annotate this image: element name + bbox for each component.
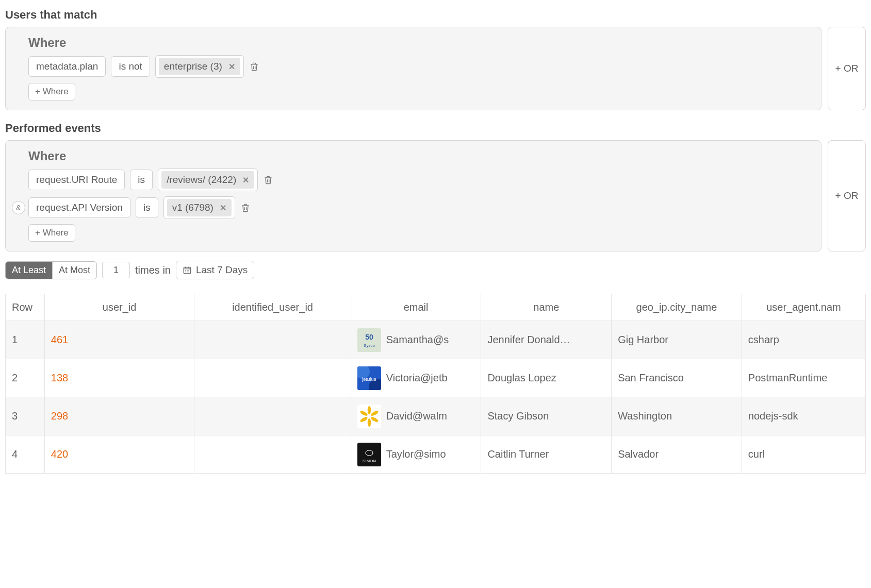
svg-point-15	[368, 406, 371, 414]
table-row: 146150SyscoSamantha@sJennifer Donald…Gig…	[6, 321, 866, 359]
svg-text:jetBlue: jetBlue	[361, 377, 376, 382]
field-token[interactable]: request.API Version	[28, 197, 130, 219]
cell-user-id[interactable]: 461	[45, 321, 195, 359]
svg-text:50: 50	[365, 333, 373, 341]
avatar: SIMON	[357, 443, 381, 466]
value-chip: v1 (6798) ✕	[167, 199, 232, 216]
remove-chip-icon[interactable]: ✕	[228, 62, 235, 72]
remove-chip-icon[interactable]: ✕	[220, 203, 226, 213]
cell-row: 1	[6, 321, 45, 359]
table-row: 2138jetBlueVictoria@jetbDouglas LopezSan…	[6, 359, 866, 397]
where-label: Where	[28, 36, 812, 50]
value-chip: enterprise (3) ✕	[159, 58, 240, 75]
chip-label: v1 (6798)	[172, 202, 213, 213]
cell-row: 3	[6, 397, 45, 435]
threshold-count-input[interactable]	[102, 262, 130, 278]
value-chip: /reviews/ (2422) ✕	[161, 171, 254, 189]
cell-user-id[interactable]: 138	[45, 359, 195, 397]
events-builder: Where request.URI Route is /reviews/ (24…	[5, 140, 866, 251]
where-label: Where	[28, 149, 812, 163]
date-range-button[interactable]: Last 7 Days	[176, 261, 254, 279]
cell-email: jetBlueVictoria@jetb	[351, 359, 482, 397]
operator-token[interactable]: is	[136, 197, 158, 219]
trash-icon[interactable]	[240, 202, 251, 213]
table-row: 3298David@walmStacy GibsonWashingtonnode…	[6, 397, 866, 435]
svg-point-6	[188, 272, 189, 273]
table-header-row: Row user_id identified_user_id email nam…	[6, 294, 866, 321]
add-where-button[interactable]: + Where	[28, 83, 75, 100]
cell-user-agent: csharp	[742, 321, 866, 359]
calendar-icon	[183, 265, 192, 275]
field-token[interactable]: request.URI Route	[28, 170, 125, 191]
value-chip-wrap[interactable]: /reviews/ (2422) ✕	[158, 169, 258, 191]
cell-row: 4	[6, 435, 45, 474]
cell-user-id[interactable]: 420	[45, 435, 195, 474]
field-token[interactable]: metadata.plan	[28, 56, 106, 77]
cell-city: Gig Harbor	[612, 321, 742, 359]
col-header-row[interactable]: Row	[6, 294, 45, 321]
cell-name: Stacy Gibson	[481, 397, 612, 435]
col-header-user-id[interactable]: user_id	[45, 294, 195, 321]
cell-name: Douglas Lopez	[481, 359, 612, 397]
cell-user-agent: curl	[742, 435, 866, 474]
users-match-builder: Where metadata.plan is not enterprise (3…	[5, 27, 866, 110]
cell-city: Washington	[612, 397, 742, 435]
condition-row: & request.API Version is v1 (6798) ✕	[28, 196, 812, 219]
col-header-user-agent[interactable]: user_agent.nam	[742, 294, 866, 321]
add-or-button[interactable]: + OR	[828, 140, 866, 251]
add-or-button[interactable]: + OR	[828, 27, 866, 110]
cell-identified-user-id	[194, 397, 351, 435]
col-header-name[interactable]: name	[481, 294, 612, 321]
threshold-mode-segment: At Least At Most	[5, 261, 97, 279]
col-header-email[interactable]: email	[351, 294, 482, 321]
and-badge: &	[12, 201, 25, 214]
trash-icon[interactable]	[249, 61, 259, 72]
table-row: 4420SIMONTaylor@simoCaitlin TurnerSalvad…	[6, 435, 866, 474]
remove-chip-icon[interactable]: ✕	[242, 175, 249, 185]
condition-row: request.URI Route is /reviews/ (2422) ✕	[28, 169, 812, 191]
cell-email: David@walm	[351, 397, 482, 435]
cell-name: Jennifer Donald…	[481, 321, 612, 359]
add-where-button[interactable]: + Where	[28, 224, 75, 242]
cell-email: SIMONTaylor@simo	[351, 435, 482, 474]
avatar	[357, 405, 381, 428]
svg-point-5	[187, 272, 188, 273]
chip-label: /reviews/ (2422)	[167, 174, 236, 186]
cell-name: Caitlin Turner	[481, 435, 612, 474]
section-title-performed-events: Performed events	[5, 122, 866, 135]
cell-identified-user-id	[194, 359, 351, 397]
results-table: Row user_id identified_user_id email nam…	[5, 294, 866, 474]
svg-point-1	[185, 270, 186, 271]
svg-text:SIMON: SIMON	[363, 459, 376, 463]
avatar: jetBlue	[357, 366, 381, 390]
threshold-row: At Least At Most times in Last 7 Days	[5, 261, 866, 279]
operator-token[interactable]: is	[130, 170, 153, 191]
svg-point-18	[368, 418, 371, 427]
at-most-button[interactable]: At Most	[52, 262, 96, 279]
times-in-label: times in	[135, 264, 171, 276]
cell-user-agent: PostmanRuntime	[742, 359, 866, 397]
col-header-city[interactable]: geo_ip.city_name	[612, 294, 742, 321]
users-clause-box: Where metadata.plan is not enterprise (3…	[5, 27, 821, 110]
cell-city: San Francisco	[612, 359, 742, 397]
svg-text:Sysco: Sysco	[364, 343, 375, 348]
cell-row: 2	[6, 359, 45, 397]
at-least-button[interactable]: At Least	[6, 262, 52, 279]
cell-user-agent: nodejs-sdk	[742, 397, 866, 435]
trash-icon[interactable]	[263, 174, 273, 186]
cell-identified-user-id	[194, 435, 351, 474]
cell-email: 50SyscoSamantha@s	[351, 321, 482, 359]
cell-user-id[interactable]: 298	[45, 397, 195, 435]
cell-identified-user-id	[194, 321, 351, 359]
svg-point-2	[187, 270, 188, 271]
section-title-users-match: Users that match	[5, 8, 866, 22]
operator-token[interactable]: is not	[111, 56, 150, 77]
chip-label: enterprise (3)	[164, 61, 222, 72]
col-header-identified-user-id[interactable]: identified_user_id	[194, 294, 351, 321]
svg-point-3	[188, 270, 189, 271]
date-range-label: Last 7 Days	[196, 264, 248, 276]
avatar: 50Sysco	[357, 328, 381, 352]
value-chip-wrap[interactable]: v1 (6798) ✕	[163, 196, 235, 219]
events-clause-box: Where request.URI Route is /reviews/ (24…	[5, 140, 821, 251]
value-chip-wrap[interactable]: enterprise (3) ✕	[155, 55, 244, 78]
